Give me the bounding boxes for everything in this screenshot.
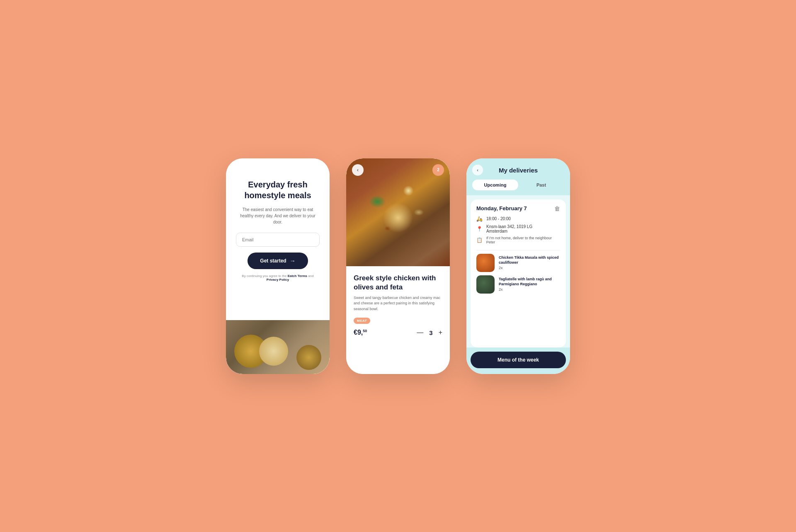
- meal-name-1: Chicken Tikka Masala with spiced caulifl…: [499, 255, 560, 265]
- delivery-time-row: 🛵 18:00 - 20:00: [476, 216, 560, 222]
- phone-deliveries: ‹ My deliveries Upcoming Past Monday, Fe…: [466, 158, 570, 374]
- delivery-bike-icon: 🛵: [476, 216, 483, 222]
- quantity-control: — 3 +: [417, 329, 442, 336]
- quantity-value: 3: [429, 329, 432, 336]
- delivery-card: Monday, February 7 🗑 🛵 18:00 - 20:00 📍 K…: [471, 199, 566, 347]
- bottom-button-area: Menu of the week: [466, 347, 570, 374]
- delivery-address-row: 📍 Knsm-laan 342, 1019 LG Amsterdam: [476, 224, 560, 233]
- get-started-button[interactable]: Get started →: [248, 253, 308, 269]
- page-title: My deliveries: [499, 167, 538, 174]
- tabs-bar: Upcoming Past: [466, 180, 570, 195]
- delivery-time: 18:00 - 20:00: [486, 216, 511, 221]
- food-bowl-decoration-2: [259, 337, 288, 366]
- meal-qty-1: 2x: [499, 266, 560, 270]
- phone-landing: Everyday fresh homestyle meals The easie…: [226, 158, 330, 374]
- back-icon: ‹: [357, 167, 359, 173]
- terms-text: By continuing you agree to the Eatch Ter…: [236, 274, 320, 282]
- note-icon: 📋: [476, 237, 483, 243]
- meal-image-2: [476, 275, 495, 294]
- meal-item-2: Tagliatelle with lamb ragù and Parmigian…: [476, 275, 560, 294]
- cart-count: 2: [437, 168, 439, 172]
- delivery-address: Knsm-laan 342, 1019 LG Amsterdam: [486, 224, 532, 233]
- arrow-icon: →: [290, 257, 296, 264]
- food-bowl-decoration-3: [296, 345, 321, 370]
- food-title: Greek style chicken with olives and feta: [354, 274, 442, 292]
- price-row: €9,50 — 3 +: [354, 329, 442, 336]
- meal-name-2: Tagliatelle with lamb ragù and Parmigian…: [499, 277, 560, 287]
- meal-item-1: Chicken Tikka Masala with spiced caulifl…: [476, 254, 560, 272]
- subtext: The easiest and convenient way to eat he…: [236, 206, 320, 225]
- headline: Everyday fresh homestyle meals: [236, 179, 320, 201]
- back-icon: ‹: [477, 168, 478, 172]
- delivery-note-row: 📋 If I'm not home, deliver to the neighb…: [476, 236, 560, 244]
- meal-info-1: Chicken Tikka Masala with spiced caulifl…: [499, 255, 560, 270]
- meal-info-2: Tagliatelle with lamb ragù and Parmigian…: [499, 277, 560, 292]
- delivery-date: Monday, February 7: [476, 205, 527, 211]
- menu-of-week-button[interactable]: Menu of the week: [471, 352, 566, 368]
- address-line1: Knsm-laan 342, 1019 LG: [486, 224, 532, 229]
- delivery-date-row: Monday, February 7 🗑: [476, 205, 560, 212]
- quantity-decrease-button[interactable]: —: [417, 329, 423, 336]
- phones-container: Everyday fresh homestyle meals The easie…: [226, 158, 570, 374]
- tab-past[interactable]: Past: [518, 180, 564, 190]
- back-button[interactable]: ‹: [352, 164, 364, 176]
- get-started-label: Get started: [260, 258, 286, 264]
- food-price: €9,50: [354, 329, 367, 336]
- email-input[interactable]: [236, 233, 320, 247]
- privacy-link[interactable]: Privacy Policy: [267, 278, 289, 282]
- location-icon: 📍: [476, 226, 483, 232]
- cart-button[interactable]: 2: [432, 164, 444, 176]
- quantity-increase-button[interactable]: +: [439, 329, 442, 336]
- divider: [476, 250, 560, 250]
- meal-image-1: [476, 254, 495, 272]
- meat-badge: MEAT: [354, 318, 370, 324]
- food-image: [226, 320, 330, 374]
- tab-upcoming[interactable]: Upcoming: [472, 180, 518, 190]
- phone-food-detail: ‹ 2 Greek style chicken with olives and …: [346, 158, 450, 374]
- meal-qty-2: 2x: [499, 287, 560, 292]
- food-detail-section: Greek style chicken with olives and feta…: [346, 266, 450, 374]
- deliveries-header: ‹ My deliveries: [466, 158, 570, 180]
- food-description: Sweet and tangy barbecue chicken and cre…: [354, 295, 442, 312]
- food-hero-image: ‹ 2: [346, 158, 450, 266]
- delete-icon[interactable]: 🗑: [554, 205, 560, 212]
- address-line2: Amsterdam: [486, 229, 532, 233]
- back-button[interactable]: ‹: [472, 165, 483, 175]
- delivery-note: If I'm not home, deliver to the neighbou…: [486, 236, 560, 244]
- terms-link[interactable]: Eatch Terms: [288, 274, 307, 278]
